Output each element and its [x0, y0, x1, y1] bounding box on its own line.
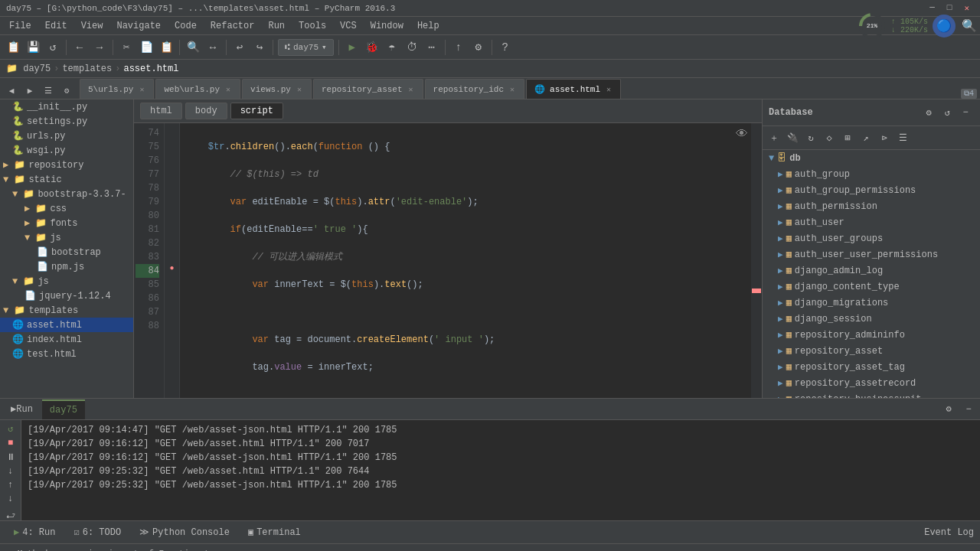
event-log-label[interactable]: Event Log [924, 527, 974, 538]
run-tab-day75[interactable]: day75 [42, 399, 85, 419]
db-table-django_admin_log[interactable]: ▶ ▦ django_admin_log [763, 262, 980, 279]
menu-refactor[interactable]: Refactor [204, 19, 261, 33]
tab-views[interactable]: views.py ✕ [242, 79, 312, 99]
tree-item-settings[interactable]: 🐍 settings.py [0, 114, 133, 129]
db-refresh-icon[interactable]: ↺ [939, 104, 956, 121]
tree-item-static[interactable]: ▼ 📁 static [0, 172, 133, 187]
db-table-django_content_type[interactable]: ▶ ▦ django_content_type [763, 279, 980, 295]
db-root[interactable]: ▼ 🗄 db [763, 150, 980, 166]
run-step-icon[interactable]: ↓ [3, 466, 18, 477]
tree-item-bootstrap-file[interactable]: 📄 bootstrap [0, 245, 133, 259]
menu-vcs[interactable]: VCS [334, 19, 363, 33]
menu-view[interactable]: View [75, 19, 109, 33]
tree-item-urls[interactable]: 🐍 urls.py [0, 129, 133, 143]
toolbar-search-icon[interactable]: 🔍 [185, 39, 201, 56]
run-down-icon[interactable]: ↓ [3, 494, 18, 504]
menu-run[interactable]: Run [262, 19, 291, 33]
tab-bar-right-icon[interactable]: ▶ [21, 82, 38, 99]
breadcrumb-item-templates[interactable]: templates [62, 64, 112, 74]
run-panel-hide-icon[interactable]: − [960, 401, 977, 418]
db-add-icon[interactable]: ＋ [766, 129, 782, 146]
toolbar-copy-icon[interactable]: 📄 [138, 39, 155, 56]
toolbar-more-icon[interactable]: ⋯ [423, 39, 440, 56]
tab-close-repo-asset[interactable]: ✕ [407, 84, 415, 95]
run-pause-icon[interactable]: ⏸ [3, 452, 18, 463]
db-settings-icon[interactable]: ⚙ [920, 104, 937, 121]
editor-tab-body[interactable]: body [185, 103, 227, 119]
tree-item-js[interactable]: ▼ 📁 js [0, 274, 133, 289]
eye-icon[interactable]: 👁 [736, 127, 748, 142]
tab-repo-idc[interactable]: repository_idc ✕ [425, 79, 524, 99]
menu-window[interactable]: Window [364, 19, 410, 33]
db-table-repo_businessunit[interactable]: ▶ ▦ repository_businessunit [763, 391, 980, 398]
bottom-tab-python-console[interactable]: ≫ Python Console [132, 522, 237, 543]
code-content[interactable]: $tr.children().each(function () { // $(t… [180, 123, 751, 398]
bottom-tab-terminal[interactable]: ▣ Terminal [240, 522, 309, 543]
db-table-auth_user[interactable]: ▶ ▦ auth_user [763, 214, 980, 230]
run-restart-icon[interactable]: ↺ [3, 423, 18, 435]
db-right-icon[interactable]: ⊳ [876, 129, 893, 146]
db-table-repo_admin[interactable]: ▶ ▦ repository_admininfo [763, 327, 980, 343]
tab-bar-left-icon[interactable]: ◀ [3, 82, 20, 99]
toolbar-save-icon[interactable]: 💾 [24, 39, 41, 56]
tree-item-jquery[interactable]: 📄 jquery-1.12.4 [0, 289, 133, 303]
tab-urls-5[interactable]: 5\urls.py ✕ [80, 79, 154, 99]
tab-repo-asset[interactable]: repository_asset ✕ [313, 79, 423, 99]
tab-close-repo-idc[interactable]: ✕ [508, 84, 516, 95]
tree-item-repository[interactable]: ▶ 📁 repository [0, 158, 133, 172]
search-icon[interactable]: 🔍 [962, 18, 977, 34]
db-schema-icon[interactable]: ⊞ [839, 129, 856, 146]
bottom-tab-todo[interactable]: ☑ 6: TODO [66, 522, 129, 543]
toolbar-help-icon[interactable]: ? [497, 39, 514, 56]
tab-close-asset-html[interactable]: ✕ [605, 84, 612, 95]
tree-item-index-html[interactable]: 🌐 index.html [0, 332, 133, 347]
toolbar-back-icon[interactable]: ← [71, 39, 88, 56]
bottom-tab-run[interactable]: ▶ 4: Run [6, 522, 63, 543]
run-tab-run[interactable]: ▶ Run [3, 399, 41, 419]
branch-selector[interactable]: ⑆ day75 ▾ [278, 39, 334, 56]
tab-close-web-urls[interactable]: ✕ [224, 84, 232, 95]
tree-item-asset-html[interactable]: 🌐 asset.html [0, 318, 133, 332]
tab-asset-html[interactable]: 🌐 asset.html ✕ [526, 79, 621, 99]
tree-item-templates[interactable]: ▼ 📁 templates [0, 303, 133, 318]
tree-item-init[interactable]: 🐍 __init__.py [0, 99, 133, 114]
tree-item-wsgi[interactable]: 🐍 wsgi.py [0, 143, 133, 158]
db-table-repo_asset_tag[interactable]: ▶ ▦ repository_asset_tag [763, 359, 980, 375]
tab-web-urls[interactable]: web\urls.py ✕ [155, 79, 240, 99]
db-minus-icon[interactable]: − [957, 104, 974, 121]
toolbar-project-icon[interactable]: 📋 [5, 39, 21, 56]
toolbar-paste-icon[interactable]: 📋 [158, 39, 175, 56]
toolbar-run-icon[interactable]: ▶ [344, 39, 361, 56]
toolbar-undo-icon[interactable]: ↩ [231, 39, 248, 56]
editor-tab-html[interactable]: html [140, 103, 182, 119]
run-output[interactable]: [19/Apr/2017 09:14:47] "GET /web/asset-j… [21, 420, 980, 520]
menu-navigate[interactable]: Navigate [110, 19, 167, 33]
tab-close-urls-5[interactable]: ✕ [138, 84, 145, 95]
db-open-icon[interactable]: ↗ [858, 129, 874, 146]
tree-item-test-html[interactable]: 🌐 test.html [0, 347, 133, 361]
tab-bar-settings-icon[interactable]: ⚙ [58, 82, 75, 99]
tree-item-bootstrap[interactable]: ▼ 📁 bootstrap-3.3.7- [0, 187, 133, 201]
db-table-django_migrations[interactable]: ▶ ▦ django_migrations [763, 295, 980, 311]
db-table-repo_asset[interactable]: ▶ ▦ repository_asset [763, 343, 980, 359]
toolbar-redo-icon[interactable]: ↪ [251, 39, 268, 56]
breadcrumb-item-project[interactable]: 📁 day75 [6, 63, 51, 74]
db-table-auth_group_perm[interactable]: ▶ ▦ auth_group_permissions [763, 182, 980, 198]
toolbar-replace-icon[interactable]: ↔ [204, 39, 221, 56]
menu-file[interactable]: File [3, 19, 38, 33]
db-table-auth_user_groups[interactable]: ▶ ▦ auth_user_groups [763, 230, 980, 246]
tree-item-css[interactable]: ▶ 📁 css [0, 201, 133, 216]
tab-bar-menu-icon[interactable]: ☰ [40, 82, 57, 99]
editor-tab-script[interactable]: script [230, 103, 283, 119]
tab-close-views[interactable]: ✕ [296, 84, 303, 95]
db-table-auth_user_user_perm[interactable]: ▶ ▦ auth_user_user_permissions [763, 246, 980, 262]
tree-item-npm[interactable]: 📄 npm.js [0, 259, 133, 274]
run-up-icon[interactable]: ↑ [3, 480, 18, 491]
tree-item-js-bs[interactable]: ▼ 📁 js [0, 230, 133, 245]
db-table-auth_permission[interactable]: ▶ ▦ auth_permission [763, 198, 980, 214]
menu-edit[interactable]: Edit [39, 19, 74, 33]
run-panel-settings-icon[interactable]: ⚙ [940, 401, 957, 418]
toolbar-vcs-icon[interactable]: ↑ [450, 39, 467, 56]
db-table-django_session[interactable]: ▶ ▦ django_session [763, 311, 980, 327]
menu-tools[interactable]: Tools [292, 19, 332, 33]
